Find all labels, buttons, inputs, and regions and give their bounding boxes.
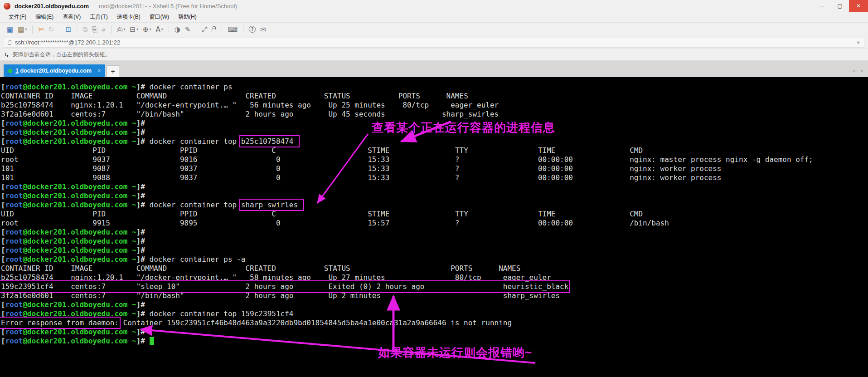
virtual-keyboard-icon[interactable]: ⌨ <box>225 24 240 34</box>
terminal-line: UID PID PPID C STIME TTY TIME CMD <box>1 210 868 219</box>
info-bar-text: 要添加当前会话，点击左侧的箭头按钮。 <box>13 51 111 59</box>
ssl-lock-icon <box>8 42 11 45</box>
maximize-button[interactable]: ▢ <box>831 0 849 12</box>
terminal-line: [root@docker201.oldboyedu.com ~]# docker… <box>1 137 868 146</box>
terminal-line: [root@docker201.oldboyedu.com ~]# <box>1 337 868 346</box>
feedback-icon[interactable]: ✉ <box>258 24 268 34</box>
toolbar-group: ?✉ <box>245 24 270 34</box>
xshell-window: docker201.oldboyedu.com root@docker201:~… <box>0 0 868 377</box>
disconnect-icon[interactable]: ✄ <box>36 24 46 34</box>
toolbar-separator <box>169 25 169 34</box>
menu-item[interactable]: 选项卡(B) <box>113 12 145 22</box>
copy-icon[interactable]: ⧉ <box>80 24 90 34</box>
terminal-line: [root@docker201.oldboyedu.com ~]# <box>1 228 868 237</box>
address-bar: ssh://root:************@172.200.1.201:22… <box>0 36 868 49</box>
toolbar-group: ⌨ <box>223 24 242 34</box>
menu-item[interactable]: 帮助(H) <box>174 12 201 22</box>
color-scheme-icon[interactable]: ◑ <box>172 24 183 34</box>
tab-scroll-nav: ◂ ▸ <box>852 68 863 73</box>
lock-screen-icon[interactable] <box>209 25 218 34</box>
window-title-session: docker201.oldboyedu.com <box>15 3 89 10</box>
window-arrange-icon[interactable]: ⊟▾ <box>127 24 141 34</box>
terminal-line: 3f2a16e0d601 centos:7 "/bin/bash" 2 hour… <box>1 110 868 119</box>
terminal-line: CONTAINER ID IMAGE COMMAND CREATED STATU… <box>1 92 868 101</box>
terminal-line: UID PID PPID C STIME TTY TIME CMD <box>1 146 868 155</box>
menu-item[interactable]: 查看(V) <box>58 12 85 22</box>
terminal-line: [root@docker201.oldboyedu.com ~]# docker… <box>1 309 868 318</box>
menu-bar: 文件(F)编辑(E)查看(V)工具(T)选项卡(B)窗口(W)帮助(H) <box>0 12 868 23</box>
terminal-line: root 9915 9895 0 15:57 ? 00:00:00 /bin/b… <box>1 219 868 228</box>
info-bar: ↳ 要添加当前会话，点击左侧的箭头按钮。 <box>0 49 868 61</box>
terminal-line: [root@docker201.oldboyedu.com ~]# docker… <box>1 201 868 210</box>
terminal-line: [root@docker201.oldboyedu.com ~]# docker… <box>1 255 868 264</box>
tab-bar: 1 docker201.oldboyedu.com × + ◂ ▸ <box>0 61 868 77</box>
fullscreen-icon[interactable]: ⤢ <box>199 24 209 34</box>
new-session-icon[interactable]: ▣ <box>5 24 15 34</box>
font-icon[interactable]: A▾ <box>153 24 165 34</box>
toolbar-separator <box>32 25 33 34</box>
terminal-line: b25c10758474 nginx:1.20.1 "/docker-entry… <box>1 101 868 110</box>
terminal-line: [root@docker201.oldboyedu.com ~]# <box>1 182 868 191</box>
address-chevron-down-icon[interactable]: ▼ <box>856 40 860 45</box>
window-title-text: root@docker201:~ - Xshell 5 (Free for Ho… <box>99 3 813 10</box>
toolbar-separator <box>111 25 112 34</box>
tab-label: 1 docker201.oldboyedu.com <box>15 68 92 74</box>
terminal-line: [root@docker201.oldboyedu.com ~]# docker… <box>1 83 868 92</box>
tab-scroll-right-icon[interactable]: ▸ <box>861 68 863 73</box>
help-icon[interactable]: ? <box>247 24 258 34</box>
menu-item[interactable]: 文件(F) <box>5 12 30 22</box>
open-folder-icon[interactable]: ▤▾ <box>15 24 29 34</box>
xshell-app-icon <box>4 3 10 10</box>
session-url: ssh://root:************@172.200.1.201:22 <box>15 39 853 46</box>
address-field[interactable]: ssh://root:************@172.200.1.201:22… <box>4 38 864 48</box>
terminal-line: CONTAINER ID IMAGE COMMAND CREATED STATU… <box>1 264 868 273</box>
toolbar-separator <box>243 25 243 34</box>
toolbar-group: ⎙▾⊟▾⊕▾A▾ <box>113 24 167 34</box>
title-bar: docker201.oldboyedu.com root@docker201:~… <box>0 0 868 12</box>
reconnect-icon[interactable]: ↻ <box>46 24 57 34</box>
toolbar-group: ✄↻ <box>34 24 58 34</box>
terminal-line: [root@docker201.oldboyedu.com ~]# <box>1 300 868 309</box>
window-controls: ─▢✕ <box>813 0 868 12</box>
add-session-arrow-icon[interactable]: ↳ <box>4 51 10 59</box>
toolbar-separator <box>60 25 60 34</box>
terminal[interactable]: [root@docker201.oldboyedu.com ~]# docker… <box>0 77 868 377</box>
toolbar-group: ▣▤▾ <box>3 24 31 34</box>
terminal-line: 101 9088 9037 0 15:33 ? 00:00:00 nginx: … <box>1 173 868 182</box>
toolbar-group: ⧉⎘⌕ <box>78 24 110 34</box>
toolbar-group: ⤢ <box>198 24 220 34</box>
terminal-line: [root@docker201.oldboyedu.com ~]# <box>1 246 868 255</box>
annotation-top: 查看某个正在运行容器的进程信息 <box>372 120 555 136</box>
tab-docker201[interactable]: 1 docker201.oldboyedu.com × <box>4 64 105 77</box>
web-browser-icon[interactable]: ⊕▾ <box>141 24 154 34</box>
terminal-line: 159c23951cf4 centos:7 "sleep 10" 2 hours… <box>1 282 868 291</box>
menu-item[interactable]: 窗口(W) <box>145 12 173 22</box>
toolbar-group: ◑✎ <box>170 24 195 34</box>
terminal-line: b25c10758474 nginx:1.20.1 "/docker-entry… <box>1 273 868 282</box>
menu-item[interactable]: 编辑(E) <box>31 12 58 22</box>
terminal-line: root 9037 9016 0 15:33 ? 00:00:00 nginx:… <box>1 155 868 164</box>
terminal-cursor <box>150 337 154 345</box>
terminal-line: [root@docker201.oldboyedu.com ~]# <box>1 237 868 246</box>
toolbar-group: ⊡ <box>62 24 76 34</box>
terminal-line: [root@docker201.oldboyedu.com ~]# <box>1 191 868 201</box>
minimize-button[interactable]: ─ <box>813 0 831 12</box>
toolbar-separator <box>77 25 77 34</box>
new-tab-button[interactable]: + <box>107 65 119 77</box>
find-icon[interactable]: ⌕ <box>100 24 108 34</box>
tab-scroll-left-icon[interactable]: ◂ <box>852 68 855 73</box>
connected-status-dot <box>8 69 12 73</box>
toolbar-separator <box>196 25 196 34</box>
terminal-line: 3f2a16e0d601 centos:7 "/bin/bash" 2 hour… <box>1 291 868 300</box>
terminal-line: Error response from daemon: Container 15… <box>1 318 868 328</box>
close-button[interactable]: ✕ <box>849 0 868 12</box>
terminal-line: [root@docker201.oldboyedu.com ~]# <box>1 328 868 337</box>
menu-item[interactable]: 工具(T) <box>86 12 112 22</box>
paste-icon[interactable]: ⎘ <box>90 24 100 34</box>
toolbar-separator <box>222 25 222 34</box>
terminal-line: 101 9087 9037 0 15:33 ? 00:00:00 nginx: … <box>1 164 868 173</box>
print-icon[interactable]: ⎙▾ <box>115 24 127 34</box>
tab-close-icon[interactable]: × <box>97 68 101 74</box>
highlight-icon[interactable]: ✎ <box>183 24 193 34</box>
session-properties-icon[interactable]: ⊡ <box>63 24 74 34</box>
